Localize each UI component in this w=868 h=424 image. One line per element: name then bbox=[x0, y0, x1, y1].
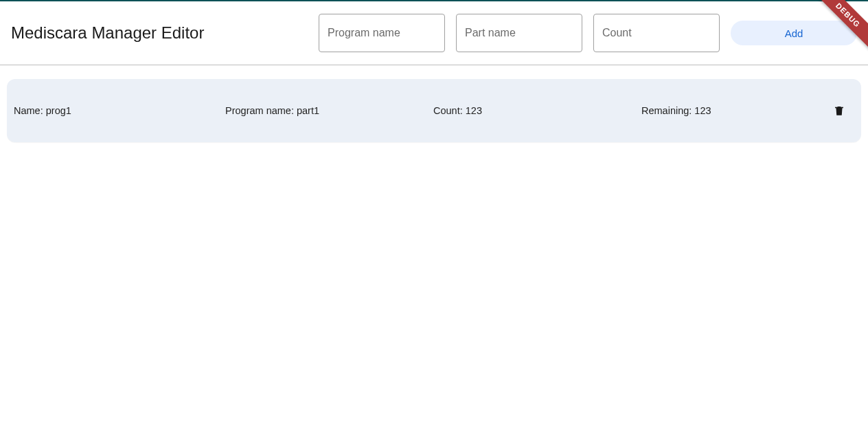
row-name-label: Name: prog1 bbox=[14, 105, 220, 116]
count-input[interactable] bbox=[593, 14, 720, 52]
add-button[interactable]: Add bbox=[731, 21, 857, 45]
row-count-label: Count: 123 bbox=[433, 105, 636, 116]
part-name-input[interactable] bbox=[456, 14, 582, 52]
trash-icon bbox=[833, 104, 845, 118]
input-row: Add bbox=[319, 14, 857, 52]
header-bar: Mediscara Manager Editor Add bbox=[0, 1, 868, 65]
program-name-input[interactable] bbox=[319, 14, 445, 52]
row-program-label: Program name: part1 bbox=[225, 105, 428, 116]
content-area: Name: prog1 Program name: part1 Count: 1… bbox=[0, 65, 868, 156]
delete-button[interactable] bbox=[830, 101, 849, 120]
row-remaining-label: Remaining: 123 bbox=[641, 105, 824, 116]
list-item: Name: prog1 Program name: part1 Count: 1… bbox=[7, 79, 861, 142]
app-title: Mediscara Manager Editor bbox=[11, 23, 204, 43]
